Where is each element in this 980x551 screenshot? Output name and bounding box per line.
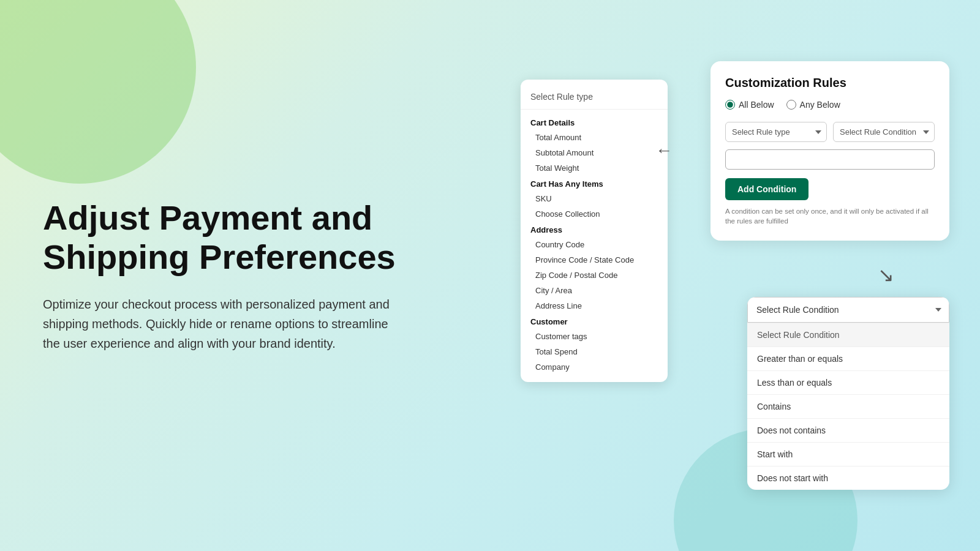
main-heading: Adjust Payment and Shipping Preferences bbox=[43, 198, 441, 277]
menu-item-country-code[interactable]: Country Code bbox=[521, 237, 668, 252]
customization-rules-panel: Customization Rules All Below Any Below … bbox=[710, 61, 949, 241]
right-content-area: Select Rule type Cart Details Total Amou… bbox=[521, 61, 949, 490]
dropdown-panel: Select Rule Condition Select Rule Condit… bbox=[747, 297, 949, 490]
arrow-right-indicator: ↘ bbox=[878, 263, 894, 287]
category-cart-details: Cart Details bbox=[521, 114, 668, 130]
arrow-left-indicator: ← bbox=[655, 141, 673, 160]
menu-item-total-amount[interactable]: Total Amount bbox=[521, 130, 668, 145]
sub-text: Optimize your checkout process with pers… bbox=[43, 294, 398, 353]
radio-label-any-below[interactable]: Any Below bbox=[786, 100, 840, 110]
dropdown-option-does-not-contains[interactable]: Does not contains bbox=[747, 419, 949, 443]
menu-item-zip-code[interactable]: Zip Code / Postal Code bbox=[521, 268, 668, 283]
hint-text: A condition can be set only once, and it… bbox=[725, 206, 935, 226]
rule-type-header: Select Rule type bbox=[521, 87, 668, 110]
dropdown-option-select-rule-condition[interactable]: Select Rule Condition bbox=[747, 323, 949, 347]
menu-item-customer-tags[interactable]: Customer tags bbox=[521, 329, 668, 344]
radio-any-below[interactable] bbox=[786, 100, 796, 110]
dropdown-option-start-with[interactable]: Start with bbox=[747, 443, 949, 467]
menu-item-city-area[interactable]: City / Area bbox=[521, 283, 668, 298]
category-customer: Customer bbox=[521, 313, 668, 329]
menu-item-company[interactable]: Company bbox=[521, 359, 668, 375]
menu-item-province-code[interactable]: Province Code / State Code bbox=[521, 252, 668, 268]
radio-group-condition: All Below Any Below bbox=[725, 100, 935, 110]
menu-item-subtotal-amount[interactable]: Subtotal Amount bbox=[521, 145, 668, 160]
left-content-area: Adjust Payment and Shipping Preferences … bbox=[43, 198, 441, 353]
condition-value-input[interactable] bbox=[725, 149, 935, 170]
radio-any-below-label: Any Below bbox=[800, 100, 840, 110]
category-address: Address bbox=[521, 222, 668, 237]
dropdown-option-gte[interactable]: Greater than or equals bbox=[747, 347, 949, 371]
panel-title: Customization Rules bbox=[725, 76, 935, 90]
menu-item-sku[interactable]: SKU bbox=[521, 191, 668, 206]
menu-item-total-weight[interactable]: Total Weight bbox=[521, 160, 668, 176]
add-condition-button[interactable]: Add Condition bbox=[725, 178, 809, 200]
selects-row: Select Rule type Select Rule Condition bbox=[725, 122, 935, 142]
category-cart-has-any-items: Cart Has Any Items bbox=[521, 176, 668, 191]
dropdown-list: Select Rule Condition Greater than or eq… bbox=[747, 323, 949, 490]
radio-all-below[interactable] bbox=[725, 100, 735, 110]
dropdown-option-does-not-start-with[interactable]: Does not start with bbox=[747, 467, 949, 490]
select-rule-condition[interactable]: Select Rule Condition bbox=[833, 122, 935, 142]
menu-item-total-spend[interactable]: Total Spend bbox=[521, 344, 668, 359]
menu-item-address-line[interactable]: Address Line bbox=[521, 298, 668, 313]
dropdown-select-trigger[interactable]: Select Rule Condition bbox=[747, 297, 949, 323]
dropdown-option-contains[interactable]: Contains bbox=[747, 395, 949, 419]
radio-label-all-below[interactable]: All Below bbox=[725, 100, 774, 110]
rule-type-panel: Select Rule type Cart Details Total Amou… bbox=[521, 80, 668, 382]
radio-all-below-label: All Below bbox=[739, 100, 774, 110]
menu-item-choose-collection[interactable]: Choose Collection bbox=[521, 206, 668, 222]
blob-green-decoration bbox=[0, 0, 196, 184]
dropdown-option-lte[interactable]: Less than or equals bbox=[747, 371, 949, 395]
select-rule-type[interactable]: Select Rule type bbox=[725, 122, 827, 142]
